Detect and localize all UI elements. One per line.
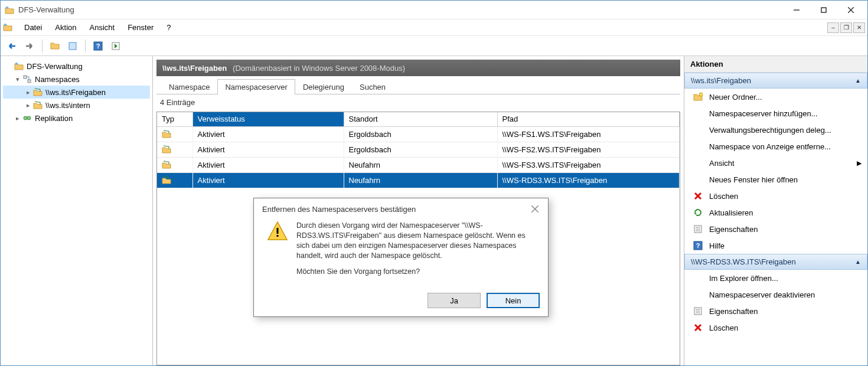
action-item-label: Namespace von Anzeige entferne... [709,142,831,151]
toolbar-refresh-button[interactable] [108,38,123,54]
action-item-label: Eigenschaften [709,307,758,316]
window-minimize-button[interactable] [784,2,810,18]
tree-expander-icon[interactable]: ▸ [14,115,22,122]
action-item[interactable]: Ansicht▶ [684,155,867,171]
menu-aktion[interactable]: Aktion [49,21,82,34]
action-item[interactable]: Aktualisieren [684,204,867,221]
actions-group2-header[interactable]: \\WS-RDS3.WS.ITS\Freigaben ▲ [684,254,867,270]
tree-expander-icon[interactable]: ▾ [14,76,22,83]
action-item[interactable]: Löschen [684,319,867,336]
table-row[interactable]: AktiviertErgoldsbach\\WS-FS2.WS.ITS\Frei… [157,142,680,157]
toolbar-separator [85,40,86,53]
dialog-no-button[interactable]: Nein [487,293,540,308]
action-item-label: Im Explorer öffnen... [709,274,778,283]
dialog-yes-button[interactable]: Ja [428,293,481,308]
tree-node-replikation[interactable]: ▸ Replikation [3,112,150,125]
action-item-label: Ansicht [709,159,735,168]
tree-node-label: Replikation [35,114,73,123]
share-icon [162,160,172,169]
cell-status: Aktiviert [192,157,344,172]
blank-icon [693,273,703,283]
action-item[interactable]: Neues Fenster hier öffnen [684,171,867,188]
tab-suchen[interactable]: Suchen [352,79,393,94]
toolbar [1,36,867,56]
tab-namespace[interactable]: Namespace [161,79,217,94]
toolbar-help-button[interactable] [90,38,106,54]
action-item-label: Namespaceserver hinzufügen... [709,109,818,118]
action-item[interactable]: Namespaceserver hinzufügen... [684,105,867,122]
help-icon [693,241,703,250]
mdi-minimize-button[interactable]: – [827,22,839,33]
toolbar-view-button[interactable] [65,38,80,54]
action-item[interactable]: Eigenschaften [684,221,867,237]
cell-site: Neufahrn [344,172,497,188]
actions-group1-header-label: \\ws.its\Freigaben [691,76,751,85]
main-header-path: \\ws.its\Freigaben [162,64,227,73]
refresh-icon [693,208,703,217]
action-item[interactable]: Eigenschaften [684,303,867,319]
window-maximize-button[interactable] [811,2,837,18]
tree-node-label: Namespaces [35,75,80,84]
tree-node-label: \\ws.its\intern [45,101,90,110]
action-item[interactable]: Hilfe [684,237,867,254]
table-row[interactable]: AktiviertNeufahrn\\WS-RDS3.WS.ITS\Freiga… [157,172,680,188]
action-item[interactable]: Neuer Ordner... [684,89,867,105]
blank-icon [693,290,703,299]
tree-node-namespaces[interactable]: ▾ Namespaces [3,73,150,86]
collapse-icon: ▲ [855,259,861,265]
col-pfad[interactable]: Pfad [497,112,680,126]
actions-group1-header[interactable]: \\ws.its\Freigaben ▲ [684,73,867,89]
menu-fenster[interactable]: Fenster [122,21,159,34]
action-item[interactable]: Im Explorer öffnen... [684,270,867,286]
mdi-restore-button[interactable]: ❐ [840,22,852,33]
dialog-close-button[interactable] [528,203,542,215]
cell-path: \\WS-RDS3.WS.ITS\Freigaben [497,172,680,188]
actions-pane-title: Aktionen [684,56,867,73]
dialog-title: Entfernen des Namespaceservers bestätige… [262,205,528,214]
cell-site: Neufahrn [344,157,497,172]
window-close-button[interactable] [838,2,864,18]
action-item-label: Löschen [709,323,738,332]
toolbar-back-button[interactable] [4,38,19,54]
tree-expander-icon[interactable]: ▸ [24,89,32,96]
tree-root-label: DFS-Verwaltung [27,62,83,71]
delete-icon [693,191,703,201]
action-item-label: Neues Fenster hier öffnen [709,175,798,184]
menu-help[interactable]: ? [161,21,177,34]
tab-strip: Namespace Namespaceserver Delegierung Su… [156,79,680,94]
blank-icon [693,125,703,135]
menu-ansicht[interactable]: Ansicht [84,21,121,34]
action-item-label: Hilfe [709,241,725,250]
actions-group2-header-label: \\WS-RDS3.WS.ITS\Freigaben [691,257,796,266]
tree-node-freigaben[interactable]: ▸ \\ws.its\Freigaben [3,86,150,99]
menu-datei[interactable]: Datei [18,21,48,34]
namespace-icon [22,74,32,84]
tree-root-node[interactable]: DFS-Verwaltung [3,60,150,73]
col-standort[interactable]: Standort [344,112,497,126]
share-icon [162,129,172,139]
tree-node-label: \\ws.its\Freigaben [45,88,106,97]
table-row[interactable]: AktiviertErgoldsbach\\WS-FS1.WS.ITS\Frei… [157,126,680,142]
tree-pane: DFS-Verwaltung ▾ Namespaces ▸ \\ws.its\F… [1,56,153,365]
toolbar-up-button[interactable] [47,38,63,54]
col-typ[interactable]: Typ [157,112,192,126]
toolbar-forward-button[interactable] [22,38,37,54]
action-item[interactable]: Namespaceserver deaktivieren [684,286,867,303]
tree-node-intern[interactable]: ▸ \\ws.its\intern [3,99,150,112]
cell-status: Aktiviert [192,126,344,142]
tree-expander-icon[interactable]: ▸ [24,102,32,109]
action-item[interactable]: Verwaltungsberechtigungen deleg... [684,122,867,138]
col-verweisstatus[interactable]: Verweisstatus [192,112,344,126]
blank-icon [693,158,703,168]
action-item[interactable]: Namespace von Anzeige entferne... [684,138,867,155]
blank-icon [693,142,703,151]
action-item[interactable]: Löschen [684,188,867,204]
action-item-label: Namespaceserver deaktivieren [709,290,815,299]
chevron-right-icon: ▶ [857,159,862,167]
cell-site: Ergoldsbach [344,126,497,142]
mdi-close-button[interactable]: ✕ [853,22,865,33]
table-row[interactable]: AktiviertNeufahrn\\WS-FS3.WS.ITS\Freigab… [157,157,680,172]
tab-namespaceserver[interactable]: Namespaceserver [217,79,295,94]
tab-delegierung[interactable]: Delegierung [295,79,352,94]
dialog-body-text-1: Durch diesen Vorgang wird der Namespaces… [296,221,540,261]
